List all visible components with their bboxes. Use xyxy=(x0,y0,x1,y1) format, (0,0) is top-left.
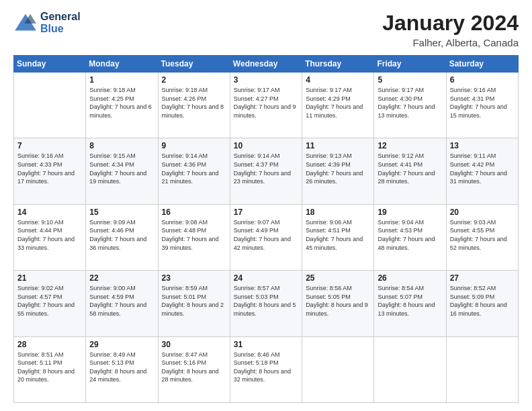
calendar-header-row: SundayMondayTuesdayWednesdayThursdayFrid… xyxy=(14,56,519,73)
day-info: Sunrise: 9:13 AM Sunset: 4:39 PM Dayligh… xyxy=(306,152,370,185)
day-info: Sunrise: 9:16 AM Sunset: 4:33 PM Dayligh… xyxy=(17,152,82,185)
calendar-body: 1Sunrise: 9:18 AM Sunset: 4:25 PM Daylig… xyxy=(14,73,519,403)
calendar-cell: 27Sunrise: 8:52 AM Sunset: 5:09 PM Dayli… xyxy=(446,271,518,336)
weekday-header: Sunday xyxy=(14,56,86,73)
day-info: Sunrise: 9:18 AM Sunset: 4:26 PM Dayligh… xyxy=(162,86,226,120)
logo-line2: Blue xyxy=(40,23,64,34)
title-block: January 2024 Falher, Alberta, Canada xyxy=(382,11,519,48)
calendar-cell: 7Sunrise: 9:16 AM Sunset: 4:33 PM Daylig… xyxy=(14,138,86,204)
day-number: 30 xyxy=(162,340,226,349)
calendar-cell: 8Sunrise: 9:15 AM Sunset: 4:34 PM Daylig… xyxy=(86,138,158,204)
main-title: January 2024 xyxy=(382,11,519,36)
day-number: 12 xyxy=(378,141,442,150)
calendar-cell: 17Sunrise: 9:07 AM Sunset: 4:49 PM Dayli… xyxy=(230,204,302,270)
calendar-cell: 6Sunrise: 9:16 AM Sunset: 4:31 PM Daylig… xyxy=(446,73,518,138)
day-number: 27 xyxy=(450,273,515,283)
calendar-cell: 9Sunrise: 9:14 AM Sunset: 4:36 PM Daylig… xyxy=(158,138,230,204)
calendar-cell: 11Sunrise: 9:13 AM Sunset: 4:39 PM Dayli… xyxy=(302,138,374,204)
day-number: 5 xyxy=(378,75,442,85)
logo: General Blue xyxy=(13,11,81,34)
calendar-week-row: 7Sunrise: 9:16 AM Sunset: 4:33 PM Daylig… xyxy=(14,138,519,204)
weekday-header: Tuesday xyxy=(158,56,230,73)
calendar-cell xyxy=(14,73,86,138)
day-number: 11 xyxy=(306,141,370,150)
day-number: 2 xyxy=(162,75,226,85)
day-number: 17 xyxy=(234,208,298,217)
calendar-cell: 25Sunrise: 8:56 AM Sunset: 5:05 PM Dayli… xyxy=(302,271,374,336)
day-number: 20 xyxy=(450,208,515,217)
calendar-cell: 16Sunrise: 9:08 AM Sunset: 4:48 PM Dayli… xyxy=(158,204,230,270)
calendar-cell: 28Sunrise: 8:51 AM Sunset: 5:11 PM Dayli… xyxy=(14,336,86,402)
day-info: Sunrise: 9:17 AM Sunset: 4:30 PM Dayligh… xyxy=(378,86,442,120)
calendar-week-row: 21Sunrise: 9:02 AM Sunset: 4:57 PM Dayli… xyxy=(14,271,519,336)
day-number: 15 xyxy=(89,208,154,217)
day-number: 9 xyxy=(162,141,226,150)
day-info: Sunrise: 9:00 AM Sunset: 4:59 PM Dayligh… xyxy=(89,284,154,318)
day-info: Sunrise: 9:09 AM Sunset: 4:46 PM Dayligh… xyxy=(89,218,154,252)
day-info: Sunrise: 8:59 AM Sunset: 5:01 PM Dayligh… xyxy=(162,284,226,318)
logo-text: General Blue xyxy=(40,11,81,34)
calendar-cell: 23Sunrise: 8:59 AM Sunset: 5:01 PM Dayli… xyxy=(158,271,230,336)
weekday-header: Saturday xyxy=(446,56,518,73)
day-number: 4 xyxy=(306,75,370,85)
calendar-cell: 19Sunrise: 9:04 AM Sunset: 4:53 PM Dayli… xyxy=(374,204,446,270)
day-number: 13 xyxy=(450,141,515,150)
day-info: Sunrise: 9:08 AM Sunset: 4:48 PM Dayligh… xyxy=(162,218,226,252)
day-info: Sunrise: 9:17 AM Sunset: 4:27 PM Dayligh… xyxy=(234,86,298,120)
calendar-cell xyxy=(302,336,374,402)
day-number: 29 xyxy=(89,340,154,349)
logo-line1: General xyxy=(40,11,81,22)
day-info: Sunrise: 9:10 AM Sunset: 4:44 PM Dayligh… xyxy=(17,218,82,252)
day-number: 22 xyxy=(89,273,154,283)
calendar-cell xyxy=(374,336,446,402)
day-info: Sunrise: 9:11 AM Sunset: 4:42 PM Dayligh… xyxy=(450,152,515,185)
day-info: Sunrise: 9:02 AM Sunset: 4:57 PM Dayligh… xyxy=(17,284,82,318)
day-info: Sunrise: 9:03 AM Sunset: 4:55 PM Dayligh… xyxy=(450,218,515,252)
weekday-header: Wednesday xyxy=(230,56,302,73)
weekday-header: Thursday xyxy=(302,56,374,73)
day-number: 18 xyxy=(306,208,370,217)
calendar-cell: 22Sunrise: 9:00 AM Sunset: 4:59 PM Dayli… xyxy=(86,271,158,336)
day-number: 28 xyxy=(17,340,82,349)
day-info: Sunrise: 8:56 AM Sunset: 5:05 PM Dayligh… xyxy=(306,284,370,318)
day-info: Sunrise: 8:57 AM Sunset: 5:03 PM Dayligh… xyxy=(234,284,298,318)
day-number: 21 xyxy=(17,273,82,283)
calendar-cell xyxy=(446,336,518,402)
day-number: 8 xyxy=(89,141,154,150)
header: General Blue January 2024 Falher, Albert… xyxy=(13,11,519,48)
day-info: Sunrise: 8:51 AM Sunset: 5:11 PM Dayligh… xyxy=(17,351,82,384)
day-info: Sunrise: 8:47 AM Sunset: 5:16 PM Dayligh… xyxy=(162,351,226,384)
day-info: Sunrise: 9:15 AM Sunset: 4:34 PM Dayligh… xyxy=(89,152,154,185)
day-info: Sunrise: 9:07 AM Sunset: 4:49 PM Dayligh… xyxy=(234,218,298,252)
day-info: Sunrise: 9:06 AM Sunset: 4:51 PM Dayligh… xyxy=(306,218,370,252)
day-number: 26 xyxy=(378,273,442,283)
subtitle: Falher, Alberta, Canada xyxy=(382,37,519,48)
day-number: 19 xyxy=(378,208,442,217)
calendar-cell: 24Sunrise: 8:57 AM Sunset: 5:03 PM Dayli… xyxy=(230,271,302,336)
day-number: 3 xyxy=(234,75,298,85)
calendar-cell: 10Sunrise: 9:14 AM Sunset: 4:37 PM Dayli… xyxy=(230,138,302,204)
day-info: Sunrise: 9:04 AM Sunset: 4:53 PM Dayligh… xyxy=(378,218,442,252)
page: General Blue January 2024 Falher, Albert… xyxy=(0,0,532,411)
logo-icon xyxy=(13,13,38,33)
calendar-cell: 15Sunrise: 9:09 AM Sunset: 4:46 PM Dayli… xyxy=(86,204,158,270)
day-number: 6 xyxy=(450,75,515,85)
day-number: 10 xyxy=(234,141,298,150)
day-info: Sunrise: 9:12 AM Sunset: 4:41 PM Dayligh… xyxy=(378,152,442,185)
calendar-cell: 26Sunrise: 8:54 AM Sunset: 5:07 PM Dayli… xyxy=(374,271,446,336)
day-info: Sunrise: 9:16 AM Sunset: 4:31 PM Dayligh… xyxy=(450,86,515,120)
calendar-cell: 4Sunrise: 9:17 AM Sunset: 4:29 PM Daylig… xyxy=(302,73,374,138)
day-info: Sunrise: 8:46 AM Sunset: 5:18 PM Dayligh… xyxy=(234,351,298,384)
day-number: 14 xyxy=(17,208,82,217)
calendar-week-row: 1Sunrise: 9:18 AM Sunset: 4:25 PM Daylig… xyxy=(14,73,519,138)
day-info: Sunrise: 9:14 AM Sunset: 4:36 PM Dayligh… xyxy=(162,152,226,185)
calendar-cell: 31Sunrise: 8:46 AM Sunset: 5:18 PM Dayli… xyxy=(230,336,302,402)
calendar-cell: 20Sunrise: 9:03 AM Sunset: 4:55 PM Dayli… xyxy=(446,204,518,270)
calendar-cell: 30Sunrise: 8:47 AM Sunset: 5:16 PM Dayli… xyxy=(158,336,230,402)
day-info: Sunrise: 9:17 AM Sunset: 4:29 PM Dayligh… xyxy=(306,86,370,120)
day-info: Sunrise: 8:54 AM Sunset: 5:07 PM Dayligh… xyxy=(378,284,442,318)
day-number: 1 xyxy=(89,75,154,85)
calendar-week-row: 28Sunrise: 8:51 AM Sunset: 5:11 PM Dayli… xyxy=(14,336,519,402)
day-number: 23 xyxy=(162,273,226,283)
weekday-header: Friday xyxy=(374,56,446,73)
